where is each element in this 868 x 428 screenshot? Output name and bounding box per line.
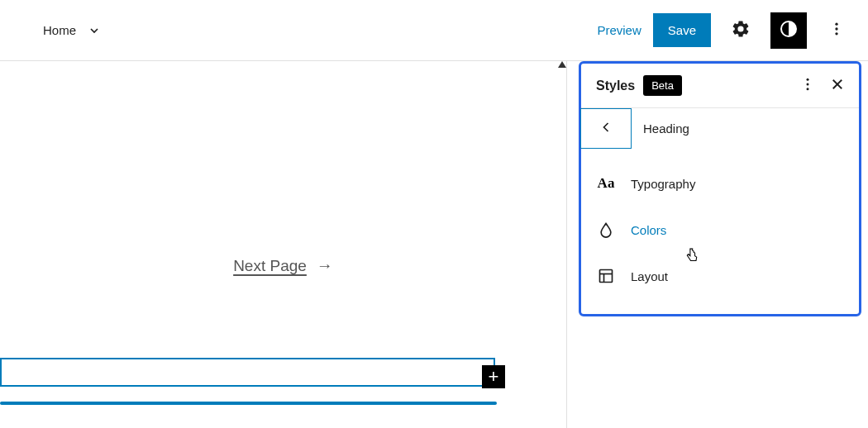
next-page-link[interactable]: Next Page →	[233, 256, 333, 275]
menu-item-colors[interactable]: Colors	[581, 207, 859, 253]
close-icon	[830, 77, 845, 94]
styles-contrast-icon	[779, 19, 799, 41]
svg-point-5	[807, 83, 809, 86]
styles-panel-title: Styles	[596, 78, 635, 93]
svg-point-4	[807, 78, 809, 81]
styles-button[interactable]	[770, 12, 807, 49]
scroll-up-indicator	[558, 61, 566, 68]
svg-point-3	[835, 32, 837, 35]
menu-item-label: Typography	[631, 177, 695, 191]
svg-rect-9	[600, 270, 613, 283]
plus-icon: +	[489, 368, 499, 386]
typography-icon: Aa	[596, 174, 616, 193]
styles-panel-header: Styles Beta	[581, 64, 859, 108]
more-options-button[interactable]	[818, 12, 855, 49]
next-page-label: Next Page	[233, 257, 307, 275]
menu-item-typography[interactable]: Aa Typography	[581, 160, 859, 207]
main-area: Next Page → + Styles Beta	[0, 61, 868, 428]
selected-block[interactable]: +	[0, 358, 495, 387]
arrow-right-icon: →	[317, 256, 333, 275]
add-block-button[interactable]: +	[482, 365, 505, 388]
toolbar-actions: Preview Save	[597, 12, 855, 49]
menu-item-label: Layout	[631, 269, 668, 283]
panel-more-button[interactable]	[798, 76, 818, 96]
preview-button[interactable]: Preview	[597, 23, 641, 37]
right-sidebar: Styles Beta	[567, 61, 868, 428]
styles-menu-list: Aa Typography Colors Layout	[581, 149, 859, 314]
svg-point-6	[807, 88, 809, 90]
droplet-icon	[596, 220, 616, 240]
panel-section-heading: Heading	[643, 121, 689, 136]
gear-icon	[731, 19, 751, 41]
menu-item-label: Colors	[631, 223, 666, 237]
svg-point-2	[835, 27, 837, 30]
layout-icon	[596, 266, 616, 286]
block-insertion-indicator	[0, 402, 497, 405]
save-button[interactable]: Save	[653, 13, 711, 47]
beta-badge: Beta	[643, 75, 682, 96]
document-switcher[interactable]: Home	[43, 22, 103, 39]
menu-item-layout[interactable]: Layout	[581, 253, 859, 299]
more-vertical-icon	[799, 76, 816, 95]
document-title: Home	[43, 23, 76, 37]
editor-canvas[interactable]: Next Page → +	[0, 61, 567, 428]
styles-panel: Styles Beta	[579, 61, 861, 316]
settings-button[interactable]	[723, 12, 759, 49]
close-panel-button[interactable]	[827, 76, 847, 96]
back-button[interactable]	[580, 108, 632, 149]
chevron-down-icon	[86, 22, 103, 39]
top-toolbar: Home Preview Save	[0, 0, 868, 61]
chevron-left-icon	[598, 119, 614, 139]
svg-point-1	[835, 23, 837, 26]
more-vertical-icon	[828, 21, 845, 40]
panel-nav-row: Heading	[581, 108, 859, 149]
